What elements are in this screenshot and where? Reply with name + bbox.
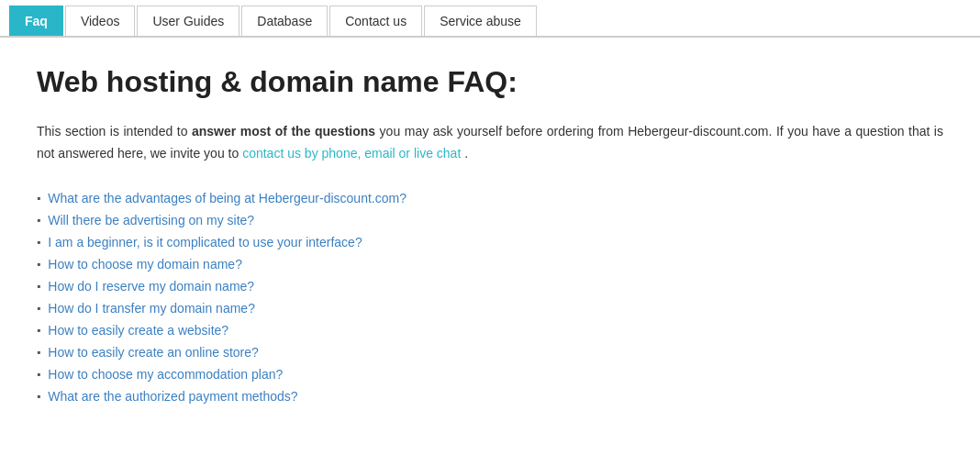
list-item: I am a beginner, is it complicated to us… [37, 231, 943, 253]
list-item: How to easily create a website? [37, 319, 943, 341]
faq-link[interactable]: How do I reserve my domain name? [48, 279, 254, 294]
list-item: How do I transfer my domain name? [37, 297, 943, 319]
tab-contact-us[interactable]: Contact us [329, 6, 422, 36]
tab-service-abuse[interactable]: Service abuse [424, 6, 537, 36]
list-item: What are the advantages of being at Hebe… [37, 187, 943, 209]
intro-text-before: This section is intended to [37, 124, 192, 139]
faq-link[interactable]: What are the authorized payment methods? [48, 389, 297, 404]
faq-link[interactable]: How to choose my accommodation plan? [48, 367, 283, 382]
navigation-tabs: Faq Videos User Guides Database Contact … [0, 0, 980, 38]
intro-text-end: . [461, 146, 468, 161]
tab-videos[interactable]: Videos [65, 6, 136, 36]
list-item: Will there be advertising on my site? [37, 209, 943, 231]
list-item: How to easily create an online store? [37, 341, 943, 363]
list-item: What are the authorized payment methods? [37, 385, 943, 407]
faq-link[interactable]: How do I transfer my domain name? [48, 301, 255, 316]
page-title: Web hosting & domain name FAQ: [37, 65, 943, 99]
tab-faq[interactable]: Faq [9, 6, 63, 36]
main-content: Web hosting & domain name FAQ: This sect… [0, 38, 980, 435]
list-item: How do I reserve my domain name? [37, 275, 943, 297]
faq-link[interactable]: How to choose my domain name? [48, 257, 242, 272]
tab-user-guides[interactable]: User Guides [137, 6, 239, 36]
list-item: How to choose my domain name? [37, 253, 943, 275]
faq-link[interactable]: I am a beginner, is it complicated to us… [48, 235, 362, 250]
faq-link[interactable]: What are the advantages of being at Hebe… [48, 191, 406, 205]
contact-link[interactable]: contact us by phone, email or live chat [242, 146, 461, 161]
faq-link[interactable]: Will there be advertising on my site? [48, 213, 254, 227]
faq-link[interactable]: How to easily create a website? [48, 323, 228, 338]
faq-list: What are the advantages of being at Hebe… [37, 187, 943, 407]
faq-link[interactable]: How to easily create an online store? [48, 345, 259, 360]
list-item: How to choose my accommodation plan? [37, 363, 943, 385]
intro-bold-text: answer most of the questions [192, 124, 375, 139]
tab-database[interactable]: Database [241, 6, 328, 36]
intro-paragraph: This section is intended to answer most … [37, 121, 943, 165]
